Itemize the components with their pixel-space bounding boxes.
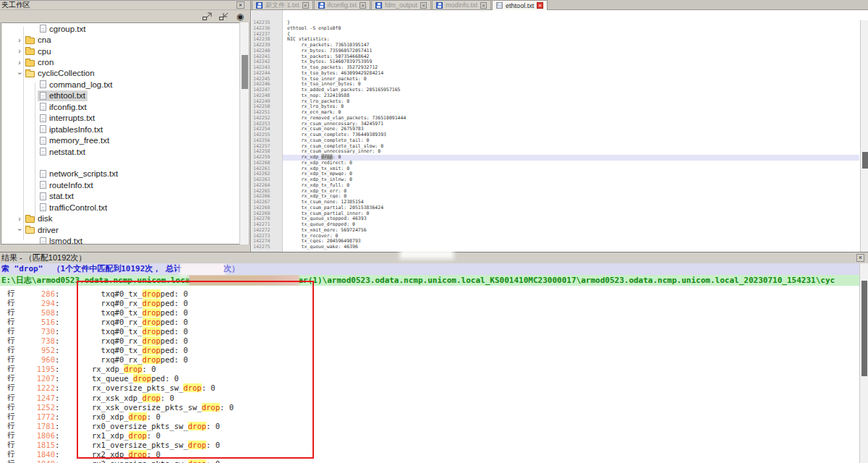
row-line-label: 行: [7, 421, 19, 431]
tree-item-cron[interactable]: ›cron: [1, 56, 249, 67]
close-icon[interactable]: ×: [359, 2, 366, 9]
close-icon[interactable]: ×: [420, 2, 427, 9]
row-text-post: ped: 0: [151, 374, 179, 383]
chevron-down-icon[interactable]: ›: [16, 226, 24, 234]
result-row[interactable]: 行1247: rx_xsk_xdp_drop: 0: [0, 393, 859, 402]
result-file-path-line[interactable]: E:\日志\armod0523.odata.ncmp.unicom.locaar…: [0, 275, 868, 286]
editor-line[interactable]: 142235}: [252, 20, 859, 26]
row-text-post: : 0: [161, 394, 174, 402]
row-text: rxq#0_rx_dropped: 0: [82, 355, 187, 364]
tree-item-netstat[interactable]: netstat.txt: [1, 146, 249, 157]
tab-fdm-output[interactable]: fdm_output×: [371, 0, 431, 9]
close-icon[interactable]: ×: [480, 2, 487, 9]
match-highlight: drop: [129, 450, 147, 459]
line-text: tx_queue_stopped: 46393: [283, 216, 859, 222]
tree-item-routeinfo[interactable]: routeInfo.txt: [1, 179, 249, 190]
row-text: txq#0_tx_dropped: 0: [82, 346, 187, 354]
row-text-post: : 0: [220, 403, 234, 412]
tree-scrollbar-thumb[interactable]: [242, 55, 248, 89]
row-text: txq#0_tx_dropped: 0: [82, 308, 187, 317]
result-row[interactable]: 行286: txq#0_tx_dropped: 0: [0, 289, 859, 298]
tree-item-lsmod[interactable]: lsmod.txt: [1, 235, 249, 245]
save-state-icon: [436, 2, 443, 9]
row-colon: :: [55, 318, 59, 326]
tree-item-cna[interactable]: ›cna: [1, 34, 249, 45]
row-text: txq#0_tx_dropped: 0: [82, 327, 187, 336]
result-row[interactable]: 行1781: rx0_oversize_pkts_sw_drop: 0: [0, 421, 859, 430]
row-text-post: ped: 0: [161, 327, 188, 336]
editor-line[interactable]: 142237{: [252, 32, 859, 38]
close-icon[interactable]: ×: [237, 1, 244, 9]
tree-vertical-scrollbar[interactable]: [239, 22, 249, 245]
result-row[interactable]: 行1806: rx1_xdp_drop: 0: [0, 430, 859, 440]
result-rows-list[interactable]: 行286: txq#0_tx_dropped: 0行294: rxq#0_rx_…: [0, 286, 859, 463]
tree-item-interrupts[interactable]: interrupts.txt: [1, 113, 249, 124]
editor-line[interactable]: 142250 rx_lro_bytes: 0: [252, 104, 859, 110]
expand-all-icon[interactable]: [201, 12, 213, 22]
row-line-number: 738: [19, 336, 55, 345]
result-row[interactable]: 行960: rxq#0_rx_dropped: 0: [0, 355, 859, 365]
workspace-title: 夹工作区: [1, 1, 30, 9]
editor-scrollbar-thumb[interactable]: [862, 152, 868, 169]
locate-file-icon[interactable]: ◉: [234, 12, 246, 22]
result-row[interactable]: 行1815: rx1_oversize_pkts_sw_drop: 0: [0, 441, 859, 450]
close-icon[interactable]: ×: [302, 2, 309, 9]
result-row[interactable]: 行1195: rx_xdp_drop: 0: [0, 365, 859, 374]
tree-item-memory-free[interactable]: memory_free.txt: [1, 135, 249, 145]
collapse-all-icon[interactable]: [218, 12, 229, 22]
result-row[interactable]: 行1207: tx_queue_dropped: 0: [0, 374, 859, 383]
editor-line[interactable]: 142236ethtool -S enp1s0f0: [252, 26, 859, 32]
row-text-post: ped: 0: [161, 289, 188, 298]
tree-item-trafficcontrol[interactable]: trafficControl.txt: [1, 202, 249, 213]
result-row[interactable]: 行952: txq#0_tx_dropped: 0: [0, 346, 859, 355]
tab-ifconfig[interactable]: ifconfig.txt×: [314, 0, 371, 9]
tab-modinfo[interactable]: modinfo.txt×: [432, 0, 491, 9]
tree-item-driver[interactable]: ›driver: [1, 224, 249, 235]
tree-item-network-scripts[interactable]: network_scripts.txt: [1, 169, 249, 179]
chevron-right-icon[interactable]: ›: [16, 215, 23, 223]
result-row[interactable]: 行294: rxq#0_rx_dropped: 0: [0, 298, 859, 307]
editor-line[interactable]: 142275 tx_queue_wake: 46396: [252, 245, 859, 250]
result-row[interactable]: 行516: rxq#0_rx_dropped: 0: [0, 317, 859, 326]
tree-item-disk[interactable]: ›disk: [1, 213, 249, 224]
tree-item-cycliccollection[interactable]: ›cyclicCollection: [1, 68, 249, 79]
result-row[interactable]: 行730: txq#0_tx_dropped: 0: [0, 326, 859, 336]
chevron-right-icon[interactable]: ›: [16, 59, 23, 67]
tab-1[interactable]: 新文件 1.txt×: [252, 0, 313, 9]
line-number: 142275: [252, 245, 283, 250]
results-vertical-scrollbar[interactable]: [859, 263, 868, 463]
tree-item-iptablesinfo[interactable]: iptablesInfo.txt: [1, 124, 249, 135]
result-row[interactable]: 行738: rxq#0_rx_dropped: 0: [0, 336, 859, 345]
file-icon: [40, 114, 46, 122]
tree-item-stat[interactable]: stat.txt: [1, 191, 249, 202]
tree-item-command-log[interactable]: command_log.txt: [1, 79, 249, 90]
tree-item-cgroup[interactable]: cgroup.txt: [1, 23, 249, 34]
workspace-toolbar: ◉: [201, 11, 246, 22]
close-icon[interactable]: ×: [537, 2, 543, 9]
result-row[interactable]: 行1849: rx2_oversize_pkts_sw_drop: 0: [0, 459, 859, 463]
result-row[interactable]: 行1840: rx2_xdp_drop: 0: [0, 450, 859, 459]
tree-item-ifconfig[interactable]: ifconfig.txt: [1, 101, 249, 112]
result-row[interactable]: 行1252: rx_xsk_oversize_pkts_sw_drop: 0: [0, 402, 859, 412]
editor-lines[interactable]: 142235}142236ethtool -S enp1s0f0142237{1…: [252, 20, 859, 250]
result-row[interactable]: 行508: txq#0_tx_dropped: 0: [0, 307, 859, 317]
editor-area[interactable]: 142235}142236ethtool -S enp1s0f0142237{1…: [251, 10, 868, 252]
row-text-pre: rx0_xdp_: [82, 412, 128, 421]
editor-line[interactable]: 142272 tx_xmit_more: 569724756: [252, 228, 859, 234]
close-icon[interactable]: ×: [856, 254, 864, 262]
workspace-tree[interactable]: cgroup.txt›cna›cpu›cron›cyclicCollection…: [1, 22, 250, 245]
tree-item-ethtool[interactable]: ethtool.txt: [1, 90, 249, 101]
tree-item-cpu[interactable]: ›cpu: [1, 46, 249, 56]
chevron-right-icon[interactable]: ›: [16, 36, 23, 44]
chevron-down-icon[interactable]: ›: [16, 69, 24, 77]
tab-ethtool[interactable]: ethtool.txt×: [492, 0, 548, 10]
tree-item-label: netstat.txt: [49, 148, 85, 156]
match-highlight: drop: [142, 318, 161, 326]
chevron-right-icon[interactable]: ›: [16, 47, 23, 55]
editor-vertical-scrollbar[interactable]: [860, 20, 868, 252]
results-scrollbar-thumb[interactable]: [861, 281, 867, 376]
result-row[interactable]: 行1222: rx_oversize_pkts_sw_drop: 0: [0, 383, 859, 393]
line-text: tx_cqes: 204596498793: [283, 239, 859, 245]
editor-line[interactable]: 142258 rx_csum_unnecessary_inner: 0: [252, 149, 859, 155]
result-row[interactable]: 行1772: rx0_xdp_drop: 0: [0, 412, 859, 421]
